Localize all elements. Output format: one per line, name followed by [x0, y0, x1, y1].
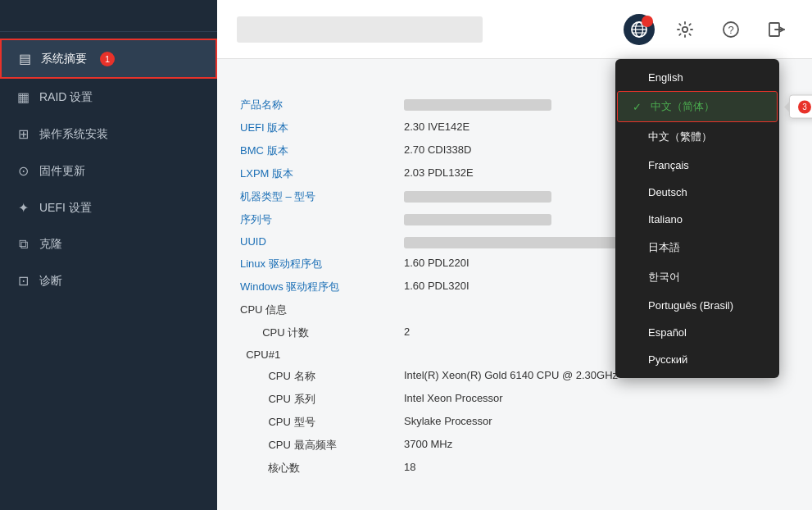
svg-text:?: ? — [728, 24, 733, 36]
lang-item-chinese-traditional[interactable]: 中文（繁體） — [615, 122, 779, 152]
lang-item-french[interactable]: Français — [615, 152, 779, 179]
cell-label: CPU 型号 — [240, 411, 404, 434]
table-row: CPU 系列Intel Xeon Processor — [240, 388, 789, 411]
nav-label-firmware-update: 固件更新 — [39, 164, 85, 179]
nav-label-uefi-settings: UEFI 设置 — [39, 201, 92, 216]
cell-label: CPU 计数 — [240, 321, 404, 344]
cell-value: 2.30 IVE142E — [404, 121, 470, 133]
lang-item-chinese-simplified[interactable]: ✓中文（简体） 3 选择此处切换中文 — [617, 91, 778, 122]
blurred-value — [404, 191, 551, 203]
globe-badge — [642, 16, 653, 27]
lang-label: English — [648, 71, 683, 84]
cell-label: Linux 驱动程序包 — [240, 253, 404, 275]
app-logo — [0, 0, 217, 32]
nav-label-os-install: 操作系统安装 — [39, 127, 108, 142]
lang-label: Español — [648, 326, 687, 339]
lang-label: 中文（繁體） — [648, 130, 712, 144]
lang-item-russian[interactable]: Русский — [615, 346, 779, 373]
cell-label: 核心数 — [240, 457, 404, 480]
lang-item-korean[interactable]: 한국어 — [615, 262, 779, 292]
blurred-value — [404, 237, 617, 248]
cell-label: UEFI 版本 — [240, 116, 404, 139]
lang-label: Deutsch — [648, 186, 687, 198]
nav-icon-system-summary: ▤ — [16, 51, 33, 66]
blurred-value — [404, 99, 551, 111]
cell-label: CPU 系列 — [240, 388, 404, 411]
cell-label: CPU 名称 — [240, 365, 404, 388]
exit-button[interactable] — [761, 14, 792, 45]
cell-value: 1.60 PDL220I — [404, 257, 470, 269]
cell-value: 2.70 CDI338D — [404, 143, 471, 156]
nav-icon-diagnostics: ⊡ — [15, 273, 31, 289]
blurred-value — [404, 214, 551, 225]
sidebar-item-uefi-settings[interactable]: ✦ UEFI 设置 — [0, 189, 217, 226]
nav-badge-system-summary: 1 — [100, 52, 115, 66]
sidebar-item-os-install[interactable]: ⊞ 操作系统安装 — [0, 116, 217, 153]
topbar-icons: ? — [624, 14, 792, 45]
help-button[interactable]: ? — [715, 14, 746, 45]
table-row: CPU 最高频率3700 MHz — [240, 434, 789, 457]
cell-value: 1.60 PDL320I — [404, 280, 470, 292]
cell-label: 机器类型 – 型号 — [240, 185, 404, 208]
lang-item-portuguese[interactable]: Português (Brasil) — [615, 292, 779, 319]
lang-label: Русский — [648, 353, 687, 366]
main-area: ? 产品名称UEFI 版本2.30 IVE142EBMC 版本2.70 CDI3… — [217, 0, 812, 510]
exit-icon — [768, 20, 786, 39]
lang-item-spanish[interactable]: Español — [615, 319, 779, 346]
nav-label-raid-settings: RAID 设置 — [39, 90, 93, 105]
sidebar-item-raid-settings[interactable]: ▦ RAID 设置 — [0, 79, 217, 116]
lang-check: ✓ — [633, 101, 644, 113]
lang-label: Italiano — [648, 213, 683, 225]
nav-icon-clone: ⧉ — [15, 237, 31, 252]
cell-label: BMC 版本 — [240, 139, 404, 162]
cell-value: Intel Xeon Processor — [404, 388, 789, 411]
nav-label-diagnostics: 诊断 — [39, 274, 62, 289]
topbar: ? — [217, 0, 812, 59]
lang-tooltip: 3 选择此处切换中文 — [789, 95, 812, 119]
lang-item-japanese[interactable]: 日本語 — [615, 233, 779, 262]
cell-label: 产品名称 — [240, 93, 404, 116]
settings-button[interactable] — [669, 14, 701, 45]
lang-label: Français — [648, 159, 689, 171]
nav-label-system-summary: 系统摘要 — [41, 52, 87, 66]
sidebar-nav: ▤ 系统摘要 1 ▦ RAID 设置 ⊞ 操作系统安装 ⊙ 固件更新 ✦ UEF… — [0, 32, 217, 510]
lang-label: 中文（简体） — [651, 99, 714, 114]
cell-value: Skylake Processor — [404, 411, 789, 434]
nav-icon-uefi-settings: ✦ — [15, 200, 31, 216]
table-row: CPU 型号Skylake Processor — [240, 411, 789, 434]
tooltip-badge: 3 — [798, 100, 811, 113]
help-icon: ? — [722, 20, 740, 39]
cell-label: UUID — [240, 231, 404, 253]
sidebar-item-diagnostics[interactable]: ⊡ 诊断 — [0, 262, 217, 299]
table-row: 核心数18 — [240, 457, 789, 480]
settings-icon — [676, 20, 694, 39]
lang-label: Português (Brasil) — [648, 299, 733, 312]
sidebar-item-clone[interactable]: ⧉ 克隆 — [0, 226, 217, 262]
sidebar-item-system-summary[interactable]: ▤ 系统摘要 1 — [0, 39, 217, 79]
breadcrumb-bar — [237, 16, 483, 43]
cell-label: Windows 驱动程序包 — [240, 275, 404, 298]
lang-label: 한국어 — [648, 270, 680, 285]
lang-item-italian[interactable]: Italiano — [615, 206, 779, 233]
nav-icon-os-install: ⊞ — [15, 126, 31, 142]
nav-icon-firmware-update: ⊙ — [15, 163, 31, 179]
svg-point-5 — [683, 26, 687, 31]
cell-value: 18 — [404, 457, 789, 480]
lang-label: 日本語 — [648, 240, 680, 255]
language-button[interactable] — [624, 14, 655, 45]
nav-label-clone: 克隆 — [39, 237, 62, 252]
cell-label: CPU 最高频率 — [240, 434, 404, 457]
language-dropdown: English✓中文（简体） 3 选择此处切换中文 中文（繁體）Français… — [615, 59, 779, 378]
nav-icon-raid-settings: ▦ — [15, 89, 31, 105]
sidebar-item-firmware-update[interactable]: ⊙ 固件更新 — [0, 153, 217, 189]
cell-label: LXPM 版本 — [240, 162, 404, 185]
sidebar: ▤ 系统摘要 1 ▦ RAID 设置 ⊞ 操作系统安装 ⊙ 固件更新 ✦ UEF… — [0, 0, 217, 510]
cell-value: 3700 MHz — [404, 434, 789, 457]
lang-item-english[interactable]: English — [615, 64, 779, 91]
lang-item-german[interactable]: Deutsch — [615, 179, 779, 206]
cell-label: 序列号 — [240, 208, 404, 231]
cell-value: 2.03 PDL132E — [404, 166, 474, 179]
